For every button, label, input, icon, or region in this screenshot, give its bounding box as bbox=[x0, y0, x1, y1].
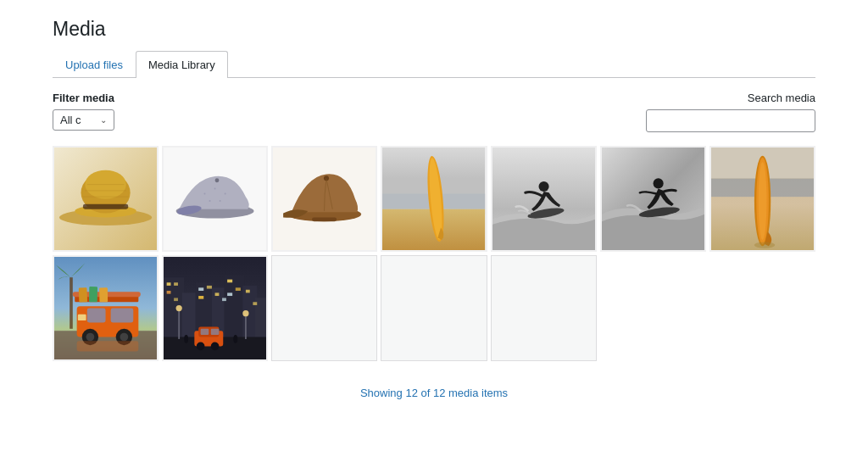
media-item[interactable] bbox=[53, 146, 159, 252]
svg-point-32 bbox=[653, 178, 663, 188]
search-section: Search media bbox=[646, 92, 815, 132]
svg-rect-68 bbox=[167, 291, 171, 294]
media-item-empty bbox=[491, 255, 597, 361]
filter-select-value: All c bbox=[60, 114, 97, 126]
svg-point-16 bbox=[225, 192, 226, 194]
tab-upload-files[interactable]: Upload files bbox=[53, 51, 136, 78]
media-item-empty bbox=[271, 255, 377, 361]
tabs-bar: Upload files Media Library bbox=[53, 51, 815, 78]
svg-rect-22 bbox=[312, 217, 337, 221]
svg-point-18 bbox=[209, 200, 211, 202]
svg-rect-47 bbox=[79, 287, 87, 302]
search-label: Search media bbox=[748, 92, 815, 104]
page-container: Media Upload files Media Library Filter … bbox=[27, 0, 841, 425]
svg-point-90 bbox=[242, 310, 248, 316]
media-grid bbox=[53, 146, 815, 361]
svg-rect-78 bbox=[246, 290, 250, 293]
svg-rect-67 bbox=[174, 282, 178, 286]
media-item[interactable] bbox=[600, 146, 706, 252]
svg-point-56 bbox=[120, 333, 129, 342]
tab-media-library[interactable]: Media Library bbox=[136, 51, 228, 78]
svg-rect-75 bbox=[227, 280, 232, 283]
svg-point-88 bbox=[176, 305, 182, 311]
svg-rect-84 bbox=[211, 329, 220, 335]
svg-rect-71 bbox=[207, 286, 212, 289]
svg-rect-76 bbox=[236, 287, 241, 291]
svg-point-39 bbox=[759, 162, 767, 240]
svg-point-13 bbox=[215, 178, 220, 182]
svg-rect-49 bbox=[99, 287, 108, 302]
svg-rect-6 bbox=[83, 204, 128, 209]
svg-point-92 bbox=[234, 335, 238, 343]
search-input[interactable] bbox=[646, 109, 815, 132]
media-item-empty bbox=[381, 255, 487, 361]
svg-rect-66 bbox=[167, 282, 171, 286]
media-item[interactable] bbox=[709, 146, 815, 252]
svg-point-40 bbox=[754, 242, 775, 248]
svg-rect-69 bbox=[174, 298, 178, 302]
filter-section: Filter media All c ⌄ bbox=[53, 92, 114, 131]
svg-point-14 bbox=[204, 192, 206, 194]
svg-rect-70 bbox=[198, 287, 203, 291]
svg-rect-52 bbox=[78, 315, 86, 320]
svg-rect-42 bbox=[70, 277, 73, 329]
svg-point-29 bbox=[538, 181, 548, 192]
media-item[interactable] bbox=[162, 146, 268, 252]
svg-rect-50 bbox=[87, 309, 106, 323]
svg-point-15 bbox=[214, 187, 216, 189]
svg-point-85 bbox=[197, 342, 205, 351]
svg-point-91 bbox=[184, 335, 188, 343]
svg-point-86 bbox=[211, 342, 220, 351]
svg-rect-51 bbox=[111, 309, 134, 323]
media-item[interactable] bbox=[162, 255, 268, 361]
svg-rect-73 bbox=[215, 292, 220, 296]
filter-select[interactable]: All c ⌄ bbox=[53, 109, 114, 131]
media-item[interactable] bbox=[381, 146, 487, 252]
svg-rect-79 bbox=[253, 302, 258, 305]
status-text: Showing 12 of 12 media items bbox=[360, 387, 508, 399]
page-title: Media bbox=[53, 17, 815, 42]
media-item[interactable] bbox=[271, 146, 377, 252]
svg-point-17 bbox=[220, 200, 221, 202]
toolbar: Filter media All c ⌄ Search media bbox=[53, 92, 815, 132]
svg-rect-74 bbox=[222, 298, 226, 302]
media-item[interactable] bbox=[53, 255, 159, 361]
svg-rect-72 bbox=[198, 296, 203, 299]
chevron-down-icon: ⌄ bbox=[100, 115, 107, 125]
svg-rect-83 bbox=[201, 329, 209, 335]
svg-rect-48 bbox=[89, 287, 97, 302]
media-item[interactable] bbox=[491, 146, 597, 252]
svg-rect-77 bbox=[227, 292, 232, 296]
status-bar: Showing 12 of 12 media items bbox=[53, 378, 815, 408]
filter-label: Filter media bbox=[53, 92, 114, 104]
svg-rect-57 bbox=[77, 341, 139, 351]
svg-point-54 bbox=[86, 333, 95, 342]
